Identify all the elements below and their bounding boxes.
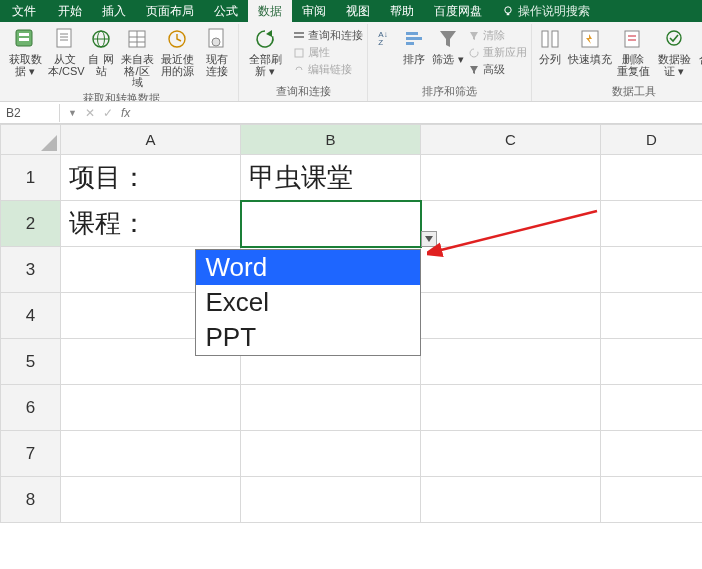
cell-C7[interactable] (421, 431, 601, 477)
data-validation-button[interactable]: 数据验 证 ▾ (656, 26, 692, 77)
consolidate-button[interactable]: 合并计 (698, 26, 702, 66)
reapply-label: 重新应用 (483, 45, 527, 60)
row-header-7[interactable]: 7 (1, 431, 61, 477)
col-header-D[interactable]: D (601, 125, 703, 155)
cell-D1[interactable] (601, 155, 703, 201)
clear-filter-button[interactable]: 清除 (468, 28, 527, 43)
svg-marker-26 (440, 31, 456, 47)
dropdown-option-1[interactable]: Excel (196, 285, 420, 320)
data-validation-label: 数据验 证 ▾ (657, 54, 691, 77)
fx-icon[interactable]: fx (121, 106, 130, 120)
refresh-all-button[interactable]: 全部刷新 ▾ (243, 26, 287, 77)
group-label-sort: 排序和筛选 (422, 82, 477, 101)
svg-marker-40 (425, 236, 433, 242)
cell-A7[interactable] (61, 431, 241, 477)
reapply-button[interactable]: 重新应用 (468, 45, 527, 60)
from-table-icon (124, 26, 150, 52)
fx-cancel-icon[interactable]: ✕ (85, 106, 95, 120)
row-header-5[interactable]: 5 (1, 339, 61, 385)
svg-rect-25 (406, 42, 414, 45)
cell-C8[interactable] (421, 477, 601, 523)
remove-duplicates-button[interactable]: 删除 重复值 (616, 26, 650, 77)
dropdown-option-2[interactable]: PPT (196, 320, 420, 355)
cell-C2[interactable] (421, 201, 601, 247)
cell-A1[interactable]: 项目： (61, 155, 241, 201)
cell-B6[interactable] (241, 385, 421, 431)
row-header-4[interactable]: 4 (1, 293, 61, 339)
cell-B2[interactable] (241, 201, 421, 247)
tab-formulas[interactable]: 公式 (204, 0, 248, 22)
cell-C4[interactable] (421, 293, 601, 339)
row-header-8[interactable]: 8 (1, 477, 61, 523)
row-header-6[interactable]: 6 (1, 385, 61, 431)
data-validation-dropdown-button[interactable] (421, 231, 437, 247)
dedup-icon (620, 26, 646, 52)
cell-D6[interactable] (601, 385, 703, 431)
cell-A8[interactable] (61, 477, 241, 523)
row-header-2[interactable]: 2 (1, 201, 61, 247)
tab-review[interactable]: 审阅 (292, 0, 336, 22)
properties-icon (293, 47, 305, 59)
consolidate-label: 合并计 (699, 54, 703, 66)
cell-A2[interactable]: 课程： (61, 201, 241, 247)
cell-D3[interactable] (601, 247, 703, 293)
namebox-dropdown-icon[interactable]: ▼ (68, 108, 77, 118)
flash-fill-icon (577, 26, 603, 52)
cell-D8[interactable] (601, 477, 703, 523)
tab-baidu-pan[interactable]: 百度网盘 (424, 0, 492, 22)
svg-rect-5 (57, 29, 71, 47)
filter-button[interactable]: 筛选 ▾ (434, 26, 462, 66)
tab-home[interactable]: 开始 (48, 0, 92, 22)
group-label-conn: 查询和连接 (276, 82, 331, 101)
flash-fill-button[interactable]: 快速填充 (570, 26, 610, 66)
tab-view[interactable]: 视图 (336, 0, 380, 22)
row-header-3[interactable]: 3 (1, 247, 61, 293)
cell-C3[interactable] (421, 247, 601, 293)
dropdown-option-0[interactable]: Word (196, 250, 420, 285)
cell-C1[interactable] (421, 155, 601, 201)
cell-D7[interactable] (601, 431, 703, 477)
cell-A6[interactable] (61, 385, 241, 431)
get-data-button[interactable]: 获取数 据 ▾ (8, 26, 42, 77)
tab-file[interactable]: 文件 (0, 0, 48, 22)
text-to-columns-button[interactable]: 分列 (536, 26, 564, 66)
cell-D2[interactable] (601, 201, 703, 247)
cell-C5[interactable] (421, 339, 601, 385)
svg-point-36 (667, 31, 681, 45)
existing-connections-button[interactable]: 现有 连接 (200, 26, 234, 77)
tab-data[interactable]: 数据 (248, 0, 292, 22)
properties-button[interactable]: 属性 (293, 45, 363, 60)
recent-sources-button[interactable]: 最近使 用的源 (160, 26, 194, 77)
col-header-B[interactable]: B (241, 125, 421, 155)
row-header-1[interactable]: 1 (1, 155, 61, 201)
edit-links-button[interactable]: 编辑链接 (293, 62, 363, 77)
cell-D5[interactable] (601, 339, 703, 385)
cell-B1[interactable]: 甲虫课堂 (241, 155, 421, 201)
tab-help[interactable]: 帮助 (380, 0, 424, 22)
advanced-filter-button[interactable]: 高级 (468, 62, 527, 77)
from-table-range-button[interactable]: 来自表 格/区域 (120, 26, 154, 89)
from-web-button[interactable]: 自 网站 (88, 26, 114, 77)
advanced-icon (468, 64, 480, 76)
queries-connections-button[interactable]: 查询和连接 (293, 28, 363, 43)
name-box[interactable]: B2 (0, 104, 60, 122)
cell-D4[interactable] (601, 293, 703, 339)
link-icon (293, 64, 305, 76)
col-header-C[interactable]: C (421, 125, 601, 155)
from-text-icon (52, 26, 78, 52)
tab-page-layout[interactable]: 页面布局 (136, 0, 204, 22)
tell-me-search[interactable]: 操作说明搜索 (492, 0, 600, 22)
tab-insert[interactable]: 插入 (92, 0, 136, 22)
cell-B8[interactable] (241, 477, 421, 523)
sort-az-button[interactable]: A↓Z (372, 26, 394, 52)
cell-C6[interactable] (421, 385, 601, 431)
svg-rect-20 (294, 32, 304, 34)
select-all-corner[interactable] (1, 125, 61, 155)
from-text-csv-button[interactable]: 从文 本/CSV (48, 26, 82, 77)
sort-az-icon: A↓Z (370, 26, 396, 52)
col-header-A[interactable]: A (61, 125, 241, 155)
fx-confirm-icon[interactable]: ✓ (103, 106, 113, 120)
sort-button[interactable]: 排序 (400, 26, 428, 66)
cell-B7[interactable] (241, 431, 421, 477)
from-table-label: 来自表 格/区域 (120, 54, 154, 89)
